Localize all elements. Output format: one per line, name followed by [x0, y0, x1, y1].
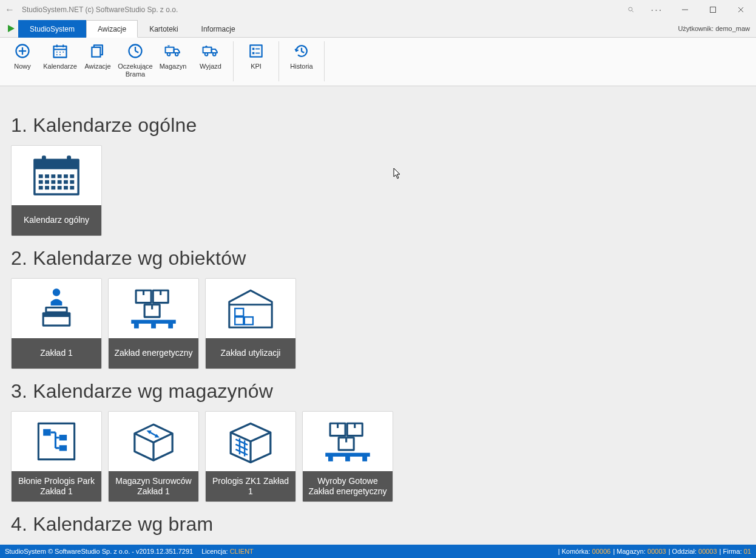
tile[interactable]: Zakład energetyczny	[108, 278, 199, 369]
svg-rect-101	[325, 453, 370, 457]
ribbon-magazyn[interactable]: Magazyn	[154, 40, 192, 78]
ribbon-separator	[233, 41, 234, 81]
content-area[interactable]: 1. Kalendarze ogólne Kalendarz ogólny2. …	[0, 86, 756, 545]
svg-rect-43	[39, 186, 43, 189]
tiles-row: Kalendarz ogólny	[11, 145, 745, 236]
building-icon	[206, 412, 295, 471]
pallet-boxes-icon	[303, 412, 393, 471]
svg-rect-27	[203, 47, 212, 53]
tabstrip: StudioSystem Awizacje Kartoteki Informac…	[0, 19, 756, 38]
svg-point-59	[53, 288, 60, 296]
box-arrows-icon	[109, 412, 198, 471]
svg-line-91	[235, 444, 248, 450]
podium-icon	[12, 279, 101, 338]
svg-line-1	[632, 11, 634, 13]
svg-line-92	[235, 449, 248, 455]
svg-rect-71	[151, 324, 156, 328]
section-title: 1. Kalendarze ogólne	[11, 114, 745, 137]
tile-label: Magazyn Surowców Zakład 1	[109, 471, 198, 502]
status-segment: | Komórka: 00006	[558, 548, 611, 555]
svg-rect-76	[245, 317, 253, 325]
svg-rect-44	[45, 174, 49, 178]
ribbon-label: KPI	[251, 63, 262, 70]
flowchart-icon	[12, 412, 101, 471]
status-segment: | Firma: 01	[720, 548, 751, 555]
ribbon: NowyKalendarzeAwizacjeOczekująceBramaMag…	[0, 38, 756, 86]
status-segment: | Oddział: 00003	[669, 548, 717, 555]
svg-rect-48	[51, 180, 55, 184]
svg-point-25	[167, 53, 170, 56]
svg-rect-40	[67, 155, 71, 163]
tile[interactable]: Zakład utylizacji	[205, 278, 296, 369]
kpi-icon	[248, 43, 265, 60]
ribbon-label: Nowy	[14, 63, 31, 70]
minimize-button[interactable]	[671, 1, 699, 19]
ribbon-group-3: Historia	[283, 40, 320, 70]
ribbon-awizacje[interactable]: Awizacje	[79, 40, 116, 78]
svg-rect-58	[70, 186, 74, 189]
window-title: StudioSystem.NET (c) SoftwareStudio Sp. …	[18, 5, 178, 14]
tab-kartoteki[interactable]: Kartoteki	[138, 20, 189, 38]
ribbon-historia[interactable]: Historia	[283, 40, 320, 70]
svg-rect-46	[45, 186, 49, 189]
svg-rect-52	[58, 186, 62, 189]
tile[interactable]: Zakład 1	[11, 278, 102, 369]
ribbon-label: Kalendarze	[43, 63, 77, 70]
ribbon-kalendarze[interactable]: Kalendarze	[41, 40, 79, 78]
svg-point-26	[175, 53, 178, 56]
ribbon-nowy[interactable]: Nowy	[4, 40, 41, 78]
ribbon-oczekujące-brama[interactable]: OczekująceBrama	[116, 40, 154, 78]
svg-rect-3	[710, 7, 716, 13]
tile[interactable]: Błonie Prologis Park Zakład 1	[11, 411, 102, 502]
svg-rect-57	[70, 180, 74, 184]
svg-rect-62	[43, 313, 70, 317]
play-icon[interactable]	[4, 19, 18, 37]
svg-rect-53	[64, 174, 68, 178]
section-title: 3. Kalendarze wg magazynów	[11, 380, 745, 403]
ribbon-wyjazd[interactable]: Wyjazd	[192, 40, 229, 78]
tab-informacje[interactable]: Informacje	[190, 20, 247, 38]
tiles-row: Błonie Prologis Park Zakład 1Magazyn Sur…	[11, 411, 745, 502]
svg-line-23	[135, 51, 138, 53]
tile[interactable]: Wyroby Gotowe Zakład energetyczny	[302, 411, 393, 502]
svg-rect-45	[45, 180, 49, 184]
calendar-large-icon	[12, 146, 101, 205]
svg-line-36	[302, 52, 304, 53]
svg-rect-49	[51, 186, 55, 189]
svg-rect-75	[235, 308, 243, 316]
more-button[interactable]: ···	[643, 1, 671, 19]
pallet-boxes-icon	[109, 279, 198, 338]
svg-rect-79	[59, 435, 67, 440]
ribbon-label: Wyjazd	[200, 63, 221, 70]
ribbon-group-1: NowyKalendarzeAwizacjeOczekująceBramaMag…	[4, 40, 229, 78]
ribbon-separator	[278, 41, 279, 81]
copy-icon	[89, 43, 106, 60]
svg-rect-20	[92, 47, 100, 57]
svg-rect-72	[168, 324, 173, 328]
tab-awizacje[interactable]: Awizacje	[86, 20, 138, 38]
svg-rect-30	[250, 45, 262, 56]
tile[interactable]: Magazyn Surowców Zakład 1	[108, 411, 199, 502]
ribbon-kpi[interactable]: KPI	[237, 40, 275, 70]
tile[interactable]: Kalendarz ogólny	[11, 145, 102, 236]
svg-rect-31	[252, 48, 255, 50]
clock-icon	[127, 43, 144, 60]
search-icon[interactable]	[619, 1, 643, 19]
status-version: StudioSystem © SoftwareStudio Sp. z o.o.…	[5, 548, 193, 555]
tab-studiosystem[interactable]: StudioSystem	[18, 20, 86, 38]
close-button[interactable]	[727, 1, 755, 19]
tile-label: Zakład utylizacji	[206, 338, 295, 369]
svg-rect-51	[58, 180, 62, 184]
ribbon-label: Awizacje	[84, 63, 110, 70]
maximize-button[interactable]	[699, 1, 727, 19]
svg-rect-78	[43, 429, 50, 436]
svg-rect-56	[70, 174, 74, 178]
svg-rect-74	[235, 317, 243, 325]
back-button[interactable]: ←	[1, 4, 18, 15]
svg-rect-33	[252, 52, 255, 55]
svg-rect-70	[134, 324, 139, 328]
svg-rect-54	[64, 180, 68, 184]
tile-label: Kalendarz ogólny	[12, 205, 101, 236]
svg-rect-80	[59, 445, 67, 451]
tile[interactable]: Prologis ZK1 Zakład 1	[205, 411, 296, 502]
